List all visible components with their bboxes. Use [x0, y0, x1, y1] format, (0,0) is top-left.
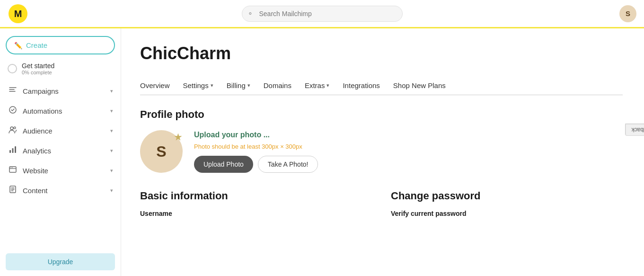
topbar: M ⚬ S: [0, 0, 644, 28]
progress-sub: 0% complete: [22, 70, 54, 75]
chevron-down-icon: ▾: [110, 88, 113, 94]
get-started-label: Get started: [22, 62, 54, 70]
content-icon: [8, 185, 18, 196]
chevron-down-icon: ▾: [247, 82, 250, 89]
sidebar-item-label-automations: Automations: [23, 107, 106, 115]
photo-section: S ★ Upload your photo ... Photo should b…: [140, 130, 623, 173]
search-wrapper: ⚬: [242, 6, 403, 22]
main-layout: ✏️ Create Get started 0% complete Campai…: [0, 28, 644, 276]
audience-icon: [8, 125, 18, 136]
automations-icon: [8, 106, 18, 116]
info-grid: Basic information Username Change passwo…: [140, 190, 623, 217]
tab-nav: Overview Settings ▾ Billing ▾ Domains Ex…: [140, 77, 623, 95]
verify-password-label: Verify current password: [391, 210, 623, 217]
svg-point-4: [14, 127, 16, 129]
sidebar-item-label-campaigns: Campaigns: [23, 87, 106, 95]
tab-shop-new-plans-label: Shop New Plans: [393, 81, 446, 89]
svg-text:M: M: [14, 9, 22, 19]
upload-photo-button[interactable]: Upload Photo: [194, 156, 253, 173]
svg-rect-6: [12, 148, 14, 153]
basic-info-section: Basic information Username: [140, 190, 372, 217]
avatar-initial: S: [156, 143, 166, 160]
sidebar-item-audience[interactable]: Audience ▾: [0, 121, 121, 141]
tab-overview[interactable]: Overview: [140, 77, 170, 95]
main-content: ChicCharm Overview Settings ▾ Billing ▾ …: [121, 28, 644, 276]
chevron-down-icon: ▾: [110, 148, 113, 154]
chevron-down-icon: ▾: [326, 82, 329, 89]
website-icon: [8, 165, 18, 176]
chevron-down-icon: ▾: [110, 168, 113, 174]
photo-upload-prompt: Upload your photo ...: [194, 131, 318, 139]
avatar[interactable]: S: [619, 5, 636, 22]
take-photo-button[interactable]: Take A Photo!: [258, 156, 318, 173]
tab-shop-new-plans[interactable]: Shop New Plans: [393, 77, 446, 95]
chevron-down-icon: ▾: [211, 82, 213, 89]
tab-domains[interactable]: Domains: [264, 77, 291, 95]
sidebar-item-automations[interactable]: Automations ▾: [0, 101, 121, 121]
create-button[interactable]: ✏️ Create: [6, 36, 115, 54]
profile-photo-title: Profile photo: [140, 108, 623, 121]
star-icon: ★: [174, 132, 182, 142]
chevron-down-icon: ▾: [110, 108, 113, 114]
tab-integrations[interactable]: Integrations: [343, 77, 379, 95]
tab-overview-label: Overview: [140, 81, 170, 89]
sidebar-item-content[interactable]: Content ▾: [0, 180, 121, 200]
sidebar-item-website[interactable]: Website ▾: [0, 160, 121, 180]
sidebar-item-analytics[interactable]: Analytics ▾: [0, 141, 121, 160]
chevron-down-icon: ▾: [110, 187, 113, 194]
tab-billing[interactable]: Billing ▾: [227, 77, 250, 95]
main-inner: ChicCharm Overview Settings ▾ Billing ▾ …: [121, 28, 642, 232]
chevron-down-icon: ▾: [110, 128, 113, 134]
username-label: Username: [140, 210, 372, 217]
tab-settings[interactable]: Settings ▾: [183, 77, 213, 95]
photo-actions: Upload Photo Take A Photo!: [194, 156, 318, 173]
change-password-title: Change password: [391, 190, 623, 202]
sidebar-item-label-website: Website: [23, 167, 106, 175]
photo-info: Upload your photo ... Photo should be at…: [194, 131, 318, 173]
feedback-tab[interactable]: Feedback: [626, 124, 644, 136]
create-label: Create: [26, 41, 47, 49]
tab-billing-label: Billing: [227, 81, 246, 89]
sidebar-progress: Get started 0% complete: [0, 58, 121, 77]
tab-extras[interactable]: Extras ▾: [305, 77, 330, 95]
sidebar: ✏️ Create Get started 0% complete Campai…: [0, 28, 121, 276]
svg-rect-7: [15, 146, 16, 153]
svg-point-10: [12, 167, 13, 168]
tab-settings-label: Settings: [183, 81, 209, 89]
sidebar-nav: Campaigns ▾ Automations ▾ Audience ▾: [0, 77, 121, 249]
photo-upload-hint: Photo should be at least 300px × 300px: [194, 143, 318, 150]
upgrade-button[interactable]: Upgrade: [6, 253, 115, 270]
sidebar-item-label-analytics: Analytics: [23, 147, 106, 155]
tab-domains-label: Domains: [264, 81, 291, 89]
tab-integrations-label: Integrations: [343, 81, 379, 89]
basic-info-title: Basic information: [140, 190, 372, 202]
svg-rect-8: [9, 167, 16, 172]
search-input[interactable]: [242, 6, 403, 22]
tab-extras-label: Extras: [305, 81, 325, 89]
avatar-placeholder: S ★: [140, 130, 183, 173]
campaigns-icon: [8, 86, 18, 96]
svg-rect-5: [9, 150, 11, 153]
sidebar-item-campaigns[interactable]: Campaigns ▾: [0, 81, 121, 101]
change-password-section: Change password Verify current password: [391, 190, 623, 217]
svg-point-3: [10, 127, 13, 130]
svg-point-9: [10, 167, 11, 168]
search-icon: ⚬: [247, 10, 253, 18]
progress-text: Get started 0% complete: [22, 62, 54, 75]
mailchimp-logo[interactable]: M: [8, 3, 28, 24]
pen-icon: ✏️: [14, 42, 22, 49]
page-title: ChicCharm: [140, 44, 623, 63]
progress-circle: [8, 64, 17, 73]
sidebar-item-label-audience: Audience: [23, 127, 106, 135]
sidebar-item-label-content: Content: [23, 187, 106, 195]
analytics-icon: [8, 145, 18, 156]
